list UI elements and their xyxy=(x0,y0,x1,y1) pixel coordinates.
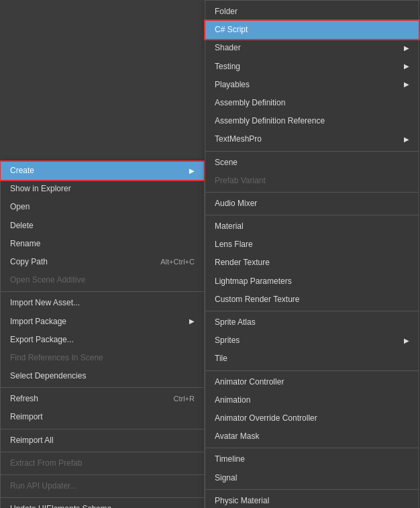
right-menu-item-label: Playables xyxy=(215,79,250,91)
right-menu-item-textmeshpro[interactable]: TextMeshPro▶ xyxy=(205,130,419,148)
right-menu-separator xyxy=(205,448,419,448)
right-menu-item-label: Shader xyxy=(215,42,241,54)
right-menu-item-lens-flare[interactable]: Lens Flare xyxy=(205,236,419,254)
right-menu-item-timeline[interactable]: Timeline xyxy=(205,450,419,468)
menu-item-select-dependencies[interactable]: Select Dependencies xyxy=(1,367,204,385)
submenu-arrow-icon: ▶ xyxy=(404,79,409,90)
submenu-arrow-icon: ▶ xyxy=(404,134,409,145)
right-menu-item-label: Physic Material xyxy=(215,495,269,507)
right-menu-item-signal[interactable]: Signal xyxy=(205,469,419,487)
menu-item-label: Export Package... xyxy=(10,334,74,346)
menu-shortcut: Alt+Ctrl+C xyxy=(160,256,195,268)
menu-item-open-scene-additive: Open Scene Additive xyxy=(1,271,204,289)
right-menu-item-label: Animator Controller xyxy=(215,376,284,389)
menu-item-open[interactable]: Open xyxy=(1,198,204,216)
menu-item-label: Open Scene Additive xyxy=(10,274,85,287)
right-menu-item-label: Sprite Atlas xyxy=(215,316,256,329)
right-menu-item-label: Folder xyxy=(215,5,238,18)
menu-item-reimport[interactable]: Reimport xyxy=(1,408,204,426)
right-menu-item-label: Timeline xyxy=(215,453,245,466)
menu-item-label: Reimport All xyxy=(10,434,54,447)
right-menu-item-shader[interactable]: Shader▶ xyxy=(205,39,419,57)
right-menu-item-label: Tile xyxy=(215,352,227,365)
menu-item-label: Show in Explorer xyxy=(10,183,71,195)
right-menu-item-playables[interactable]: Playables▶ xyxy=(205,76,419,94)
menu-item-label: Create xyxy=(10,164,34,177)
right-menu-item-label: Lightmap Parameters xyxy=(215,275,292,288)
right-menu-item-label: Avatar Mask xyxy=(215,430,259,443)
right-menu-item-label: TextMeshPro xyxy=(215,133,262,146)
right-menu-item-label: Render Texture xyxy=(215,256,270,269)
right-menu-item-testing[interactable]: Testing▶ xyxy=(205,58,419,76)
submenu-arrow-icon: ▶ xyxy=(189,316,195,327)
left-context-menu[interactable]: Create▶Show in ExplorerOpenDeleteRenameC… xyxy=(0,161,205,508)
right-menu-item-assembly-definition-ref[interactable]: Assembly Definition Reference xyxy=(205,112,419,130)
right-menu-item-folder[interactable]: Folder xyxy=(205,3,419,21)
right-menu-item-label: Custom Render Texture xyxy=(215,293,300,306)
menu-item-extract-from-prefab: Extract From Prefab xyxy=(1,454,204,472)
right-menu-item-label: Testing xyxy=(215,60,240,73)
right-menu-item-animator-controller[interactable]: Animator Controller xyxy=(205,373,419,391)
right-menu-separator xyxy=(205,192,419,193)
menu-item-import-package[interactable]: Import Package▶ xyxy=(1,313,204,331)
submenu-arrow-icon: ▶ xyxy=(404,43,409,54)
right-menu-item-audio-mixer[interactable]: Audio Mixer xyxy=(205,195,419,213)
right-menu-item-label: Scene xyxy=(215,156,238,169)
menu-separator xyxy=(1,291,204,292)
menu-item-label: Update UIElements Schema xyxy=(10,503,111,508)
menu-item-update-uielements[interactable]: Update UIElements Schema xyxy=(1,500,204,508)
menu-item-label: Extract From Prefab xyxy=(10,457,82,470)
menu-separator xyxy=(1,387,204,388)
right-menu-item-animation[interactable]: Animation xyxy=(205,391,419,409)
right-menu-item-material[interactable]: Material xyxy=(205,217,419,236)
right-menu-item-label: Animator Override Controller xyxy=(215,412,317,425)
right-menu-item-animator-override[interactable]: Animator Override Controller xyxy=(205,409,419,427)
menu-separator xyxy=(1,429,204,429)
right-menu-item-sprites[interactable]: Sprites▶ xyxy=(205,332,419,350)
menu-item-label: Run API Updater... xyxy=(10,480,76,493)
menu-item-label: Reimport xyxy=(10,411,43,423)
menu-item-run-api-updater: Run API Updater... xyxy=(1,477,204,495)
menu-item-copy-path[interactable]: Copy PathAlt+Ctrl+C xyxy=(1,253,204,271)
menu-item-rename[interactable]: Rename xyxy=(1,235,204,253)
right-menu-item-assembly-definition[interactable]: Assembly Definition xyxy=(205,94,419,112)
menu-item-reimport-all[interactable]: Reimport All xyxy=(1,431,204,450)
right-menu-item-avatar-mask[interactable]: Avatar Mask xyxy=(205,427,419,446)
right-menu-item-label: C# Script xyxy=(215,23,248,36)
right-menu-item-label: Animation xyxy=(215,394,250,407)
menu-item-label: Rename xyxy=(10,238,40,250)
menu-item-label: Import New Asset... xyxy=(10,297,80,309)
menu-item-show-in-explorer[interactable]: Show in Explorer xyxy=(1,180,204,198)
menu-item-create[interactable]: Create▶ xyxy=(1,162,204,180)
right-menu-item-physic-material[interactable]: Physic Material xyxy=(205,492,419,508)
menu-separator xyxy=(1,452,204,452)
menu-shortcut: Ctrl+R xyxy=(174,393,195,405)
menu-item-refresh[interactable]: RefreshCtrl+R xyxy=(1,390,204,408)
right-context-menu[interactable]: FolderC# ScriptShader▶Testing▶Playables▶… xyxy=(205,0,419,508)
right-menu-item-scene[interactable]: Scene xyxy=(205,154,419,172)
right-menu-item-csharp-script[interactable]: C# Script xyxy=(205,21,419,39)
right-menu-item-label: Lens Flare xyxy=(215,238,253,251)
submenu-arrow-icon: ▶ xyxy=(404,61,409,72)
right-menu-item-lightmap-params[interactable]: Lightmap Parameters xyxy=(205,272,419,291)
right-menu-item-prefab-variant: Prefab Variant xyxy=(205,172,419,190)
right-menu-item-tile[interactable]: Tile xyxy=(205,350,419,368)
menu-item-label: Copy Path xyxy=(10,256,48,268)
right-menu-item-custom-render-texture[interactable]: Custom Render Texture xyxy=(205,291,419,309)
submenu-arrow-icon: ▶ xyxy=(404,336,409,346)
right-menu-item-label: Prefab Variant xyxy=(215,174,266,187)
right-menu-item-sprite-atlas[interactable]: Sprite Atlas xyxy=(205,313,419,332)
menu-item-export-package[interactable]: Export Package... xyxy=(1,331,204,349)
right-menu-separator xyxy=(205,151,419,152)
menu-item-import-new-asset[interactable]: Import New Asset... xyxy=(1,294,204,312)
menu-item-label: Refresh xyxy=(10,393,38,405)
menu-item-label: Find References In Scene xyxy=(10,352,103,364)
menu-item-delete[interactable]: Delete xyxy=(1,217,204,235)
menu-separator xyxy=(1,497,204,498)
right-menu-item-label: Sprites xyxy=(215,334,240,347)
menu-separator xyxy=(1,474,204,475)
right-menu-separator xyxy=(205,489,419,490)
right-menu-item-label: Audio Mixer xyxy=(215,197,257,210)
right-menu-item-render-texture[interactable]: Render Texture xyxy=(205,254,419,272)
right-menu-item-label: Material xyxy=(215,220,244,233)
